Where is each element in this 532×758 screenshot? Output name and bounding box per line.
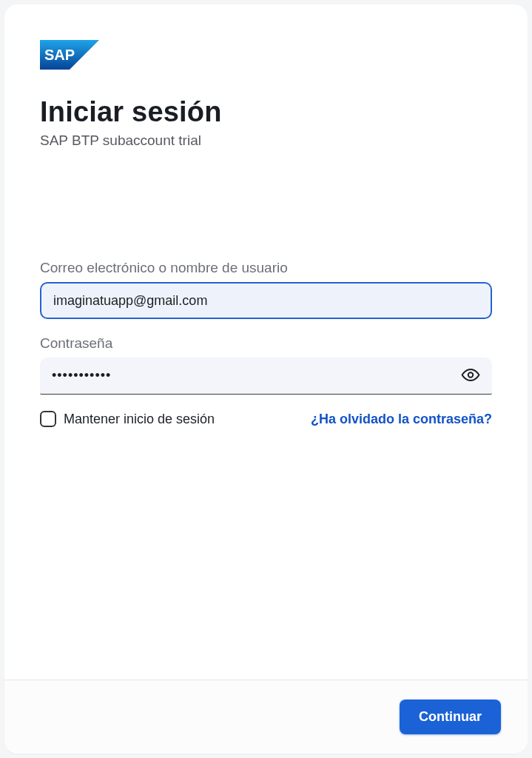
password-input[interactable] [40,358,492,395]
sap-logo-text: SAP [44,47,75,63]
subtitle: SAP BTP subaccount trial [40,133,492,149]
remember-label: Mantener inicio de sesión [64,412,215,427]
continue-button[interactable]: Continuar [400,700,501,734]
forgot-password-link[interactable]: ¿Ha olvidado la contraseña? [311,412,492,427]
password-label: Contraseña [40,335,492,352]
show-password-button[interactable] [457,361,485,392]
footer: Continuar [4,680,528,754]
email-group: Correo electrónico o nombre de usuario [40,260,492,319]
remember-checkbox[interactable] [40,411,56,427]
login-card: SAP Iniciar sesión SAP BTP subaccount tr… [4,4,528,754]
login-content: SAP Iniciar sesión SAP BTP subaccount tr… [4,4,528,680]
remember-checkbox-wrap[interactable]: Mantener inicio de sesión [40,411,215,427]
sap-logo: SAP [40,40,492,70]
page-title: Iniciar sesión [40,96,492,128]
password-group: Contraseña [40,335,492,395]
svg-point-1 [468,372,474,378]
eye-icon [461,366,480,385]
email-label: Correo electrónico o nombre de usuario [40,260,492,276]
options-row: Mantener inicio de sesión ¿Ha olvidado l… [40,411,492,427]
email-input[interactable] [40,282,492,319]
